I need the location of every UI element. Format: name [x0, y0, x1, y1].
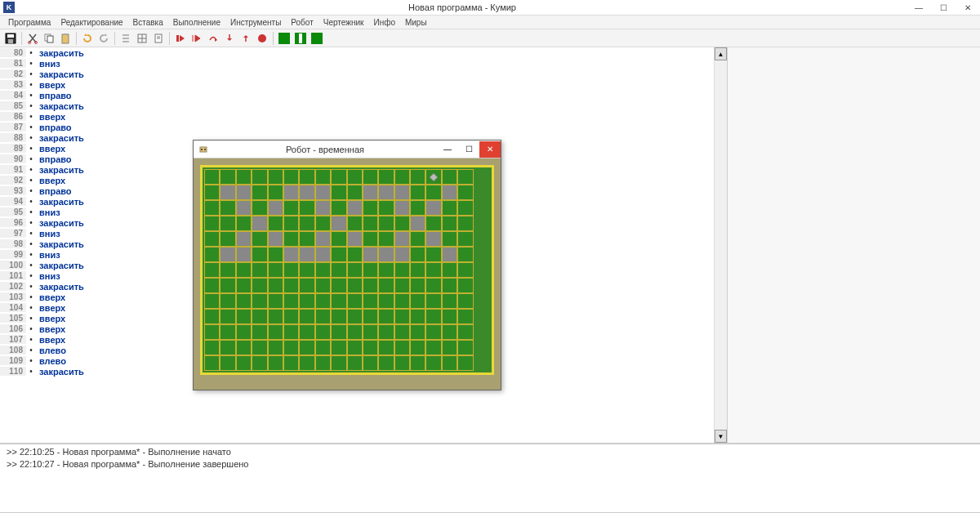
- code-line[interactable]: 82•закрасить: [0, 69, 727, 79]
- code-line[interactable]: 81•вниз: [0, 58, 727, 69]
- code-text: вниз: [36, 207, 60, 217]
- side-panel: [727, 47, 980, 443]
- grid-cell: [204, 200, 220, 216]
- line-number: 90: [0, 154, 26, 163]
- grid-cell: [268, 355, 283, 371]
- menu-редактирование[interactable]: Редактирование: [56, 18, 127, 27]
- minimize-button[interactable]: —: [906, 0, 931, 16]
- cut-icon[interactable]: [25, 31, 40, 46]
- menu-инфо[interactable]: Инфо: [368, 18, 400, 27]
- menu-инструменты[interactable]: Инструменты: [225, 18, 286, 27]
- grid-cell: [378, 216, 394, 231]
- grid-cell: [331, 355, 346, 371]
- grid-cell: [378, 185, 394, 200]
- robot-maximize-button[interactable]: ☐: [458, 141, 479, 158]
- grid-view2-icon[interactable]: [293, 32, 308, 45]
- menu-робот[interactable]: Робот: [286, 18, 318, 27]
- code-line[interactable]: 85•закрасить: [0, 100, 727, 111]
- code-line[interactable]: 80•закрасить: [0, 47, 727, 58]
- grid-cell: [204, 262, 220, 278]
- line-number: 84: [0, 91, 26, 100]
- grid-cell: [268, 200, 283, 216]
- robot-title: Робот - временная: [213, 145, 437, 154]
- line-number: 93: [0, 186, 26, 195]
- robot-titlebar[interactable]: Робот - временная — ☐ ✕: [194, 141, 501, 158]
- scroll-down-icon[interactable]: ▼: [715, 430, 727, 443]
- grid-cell: [299, 340, 314, 355]
- line-number: 91: [0, 165, 26, 174]
- grid-cell: [252, 185, 267, 200]
- line-number: 88: [0, 133, 26, 142]
- bullet-icon: •: [26, 101, 36, 110]
- grid-cell: [220, 247, 235, 262]
- grid-cell: [268, 185, 283, 200]
- step-out-icon[interactable]: [238, 31, 253, 46]
- robot-close-button[interactable]: ✕: [479, 141, 501, 158]
- line-number: 83: [0, 80, 26, 89]
- grid-cell: [425, 309, 441, 324]
- paste-icon[interactable]: [58, 31, 73, 46]
- close-button[interactable]: ✕: [956, 0, 980, 16]
- code-text: закрасить: [36, 367, 84, 377]
- code-text: вверх: [36, 324, 65, 334]
- run-start-icon[interactable]: [173, 31, 188, 46]
- grid-cell: [331, 247, 346, 262]
- grid-cell: [299, 247, 314, 262]
- step-icon[interactable]: [189, 31, 204, 46]
- save-icon[interactable]: [3, 31, 18, 46]
- svg-rect-6: [47, 36, 53, 42]
- menu-программа[interactable]: Программа: [3, 18, 56, 27]
- grid-cell: [425, 231, 441, 247]
- menu-миры[interactable]: Миры: [400, 18, 432, 27]
- grid-cell: [425, 293, 441, 309]
- maximize-button[interactable]: ☐: [931, 0, 956, 16]
- doc-icon[interactable]: [151, 31, 166, 46]
- code-text: вверх: [36, 80, 65, 90]
- grid-cell: [204, 340, 220, 355]
- grid-cell: [442, 185, 457, 200]
- code-line[interactable]: 86•вверх: [0, 111, 727, 122]
- redo-icon[interactable]: [96, 31, 111, 46]
- grid-cell: [410, 200, 425, 216]
- scrollbar-vertical[interactable]: ▲ ▼: [714, 47, 727, 443]
- grid-cell: [378, 309, 394, 324]
- bullet-icon: •: [26, 218, 36, 227]
- grid-cell: [331, 293, 346, 309]
- grid-cell: [315, 278, 331, 293]
- stop-icon[interactable]: [255, 31, 270, 46]
- grid-view3-icon[interactable]: [310, 32, 324, 45]
- code-line[interactable]: 87•вправо: [0, 122, 727, 132]
- grid-cell: [268, 231, 283, 247]
- copy-icon[interactable]: [42, 31, 56, 46]
- code-line[interactable]: 83•вверх: [0, 79, 727, 90]
- robot-window[interactable]: Робот - временная — ☐ ✕: [193, 140, 501, 390]
- menu-вставка[interactable]: Вставка: [128, 18, 168, 27]
- grid-cell: [252, 216, 267, 231]
- menu-выполнение[interactable]: Выполнение: [168, 18, 225, 27]
- table-icon[interactable]: [135, 31, 149, 46]
- step-over-icon[interactable]: [206, 31, 220, 46]
- menu-чертежник[interactable]: Чертежник: [318, 18, 369, 27]
- list-icon[interactable]: [118, 31, 133, 46]
- undo-icon[interactable]: [80, 31, 95, 46]
- grid-cell: [442, 309, 457, 324]
- grid-cell: [410, 247, 425, 262]
- grid-cell: [236, 247, 252, 262]
- grid-view1-icon[interactable]: [277, 32, 292, 45]
- grid-cell: [442, 169, 457, 185]
- grid-cell: [331, 169, 346, 185]
- grid-cell: [457, 324, 473, 340]
- grid-cell: [299, 278, 314, 293]
- scroll-up-icon[interactable]: ▲: [715, 47, 727, 60]
- robot-minimize-button[interactable]: —: [437, 141, 458, 158]
- bullet-icon: •: [26, 250, 36, 259]
- bullet-icon: •: [26, 186, 36, 195]
- grid-cell: [236, 185, 252, 200]
- step-into-icon[interactable]: [222, 31, 237, 46]
- grid-cell: [378, 247, 394, 262]
- robot-app-icon: [197, 143, 210, 156]
- grid-cell: [252, 293, 267, 309]
- code-line[interactable]: 84•вправо: [0, 90, 727, 100]
- grid-cell: [457, 200, 473, 216]
- bullet-icon: •: [26, 292, 36, 301]
